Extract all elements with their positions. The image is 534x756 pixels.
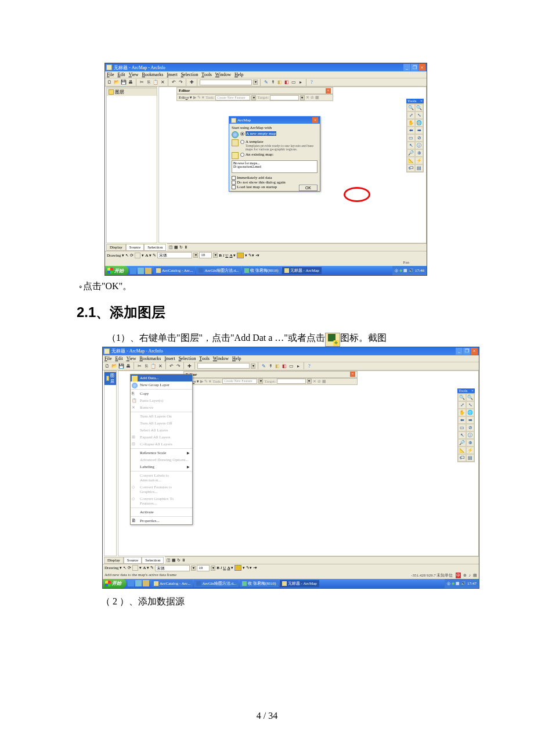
modelbuilder-icon[interactable]: ▸ [298, 80, 304, 85]
menu-window[interactable]: Window [215, 72, 231, 77]
hyperlink-icon[interactable]: ⚡ [466, 447, 474, 454]
font-color-icon[interactable]: A [229, 253, 232, 258]
chk-add-data[interactable] [232, 176, 236, 180]
menu-add-data[interactable]: Add Data... [131, 375, 192, 381]
fill-color-swatch[interactable] [234, 565, 241, 571]
drawing-menu[interactable]: Drawing ▾ [107, 253, 124, 258]
taskbar-item[interactable]: ArcCatalog - Arc... [151, 580, 193, 587]
task-dropdown[interactable]: Create New Feature [215, 95, 250, 100]
pan-icon[interactable]: ✋ [458, 409, 466, 416]
menu-window[interactable]: Window [213, 356, 229, 361]
palette-close-icon[interactable]: × [471, 388, 474, 393]
menu-file[interactable]: File [104, 356, 111, 361]
line-color-icon[interactable]: ✎▾ [246, 566, 252, 570]
print-icon[interactable]: 🖶 [128, 80, 134, 85]
ql-desktop-icon[interactable] [135, 580, 142, 586]
menu-copy[interactable]: ⎘Copy [131, 390, 192, 397]
toolbox-icon[interactable]: ◧ [282, 363, 287, 369]
taskbar-item[interactable]: 收 张君梅(8010) [240, 580, 278, 587]
dialog-close-icon[interactable]: × [312, 117, 318, 123]
tray-icon[interactable]: 🔊 [409, 268, 414, 273]
text-tool-icon[interactable]: A [145, 253, 148, 258]
add-data-icon[interactable]: ✚ [189, 80, 194, 85]
print-icon[interactable]: 🖶 [125, 363, 131, 369]
taskbar-item[interactable]: ArcCatalog - Arc... [154, 267, 195, 274]
ok-button[interactable]: OK [299, 185, 317, 191]
tray-icon[interactable]: ◆ [452, 581, 454, 586]
goto-xy-icon[interactable]: ⊕ [466, 439, 474, 447]
menu-properties[interactable]: 🖹Properties... [131, 517, 192, 524]
italic-button[interactable]: I [221, 566, 222, 570]
italic-button[interactable]: I [223, 253, 224, 258]
html-popup-icon[interactable]: 🏷 [407, 164, 415, 172]
text-tool-icon[interactable]: A [143, 566, 146, 570]
cursor-icon[interactable]: ↟ [268, 363, 273, 369]
menu-file[interactable]: File [107, 72, 114, 77]
pause-icon[interactable]: ⏸ [182, 558, 186, 563]
menu-selection[interactable]: Selection [181, 72, 199, 77]
target-dropdown[interactable] [277, 379, 306, 384]
new-icon[interactable]: 🗋 [107, 80, 113, 85]
start-button[interactable]: 开始 [105, 266, 128, 275]
select-icon[interactable]: ↖ [125, 253, 129, 258]
spatial-icon[interactable]: ▤ [466, 454, 474, 462]
tray-icon[interactable]: ◎ [395, 268, 398, 273]
cut-icon[interactable]: ✂ [139, 80, 145, 85]
select-elements-icon[interactable]: ↖ [458, 431, 466, 439]
font-size-select[interactable]: 10 [197, 565, 210, 571]
delete-icon[interactable]: ✕ [157, 363, 163, 369]
hyperlink-icon[interactable]: ⚡ [415, 157, 423, 164]
rotate-icon[interactable]: ⟳ [130, 253, 134, 258]
new-icon[interactable]: 🗋 [104, 363, 110, 369]
radio-existing[interactable] [240, 153, 244, 157]
palette-close-icon[interactable]: × [420, 99, 423, 103]
chk-no-dialog[interactable] [232, 181, 236, 185]
menu-activate[interactable]: Activate [131, 509, 192, 516]
maximize-button[interactable]: ❐ [411, 64, 418, 71]
dropdown-arrow-icon[interactable]: ▾ [253, 80, 258, 85]
select-features-icon[interactable]: ▭ [458, 424, 466, 431]
cmd-icon[interactable]: ▭ [291, 80, 297, 85]
map-canvas[interactable]: Editor × Editor ▾ ▶ ✎ ▾ Task: Create New… [158, 87, 427, 243]
bold-button[interactable]: B [219, 253, 222, 258]
paste-icon[interactable]: 📋 [153, 80, 158, 85]
menu-tools[interactable]: Tools [201, 72, 212, 77]
menu-selection[interactable]: Selection [179, 356, 196, 361]
bold-button[interactable]: B [217, 566, 219, 570]
marker-color-icon[interactable]: •▾ [255, 253, 259, 258]
open-icon[interactable]: 📂 [114, 80, 120, 85]
select-elements-icon[interactable]: ↖ [407, 142, 415, 149]
redo-icon[interactable]: ↷ [175, 363, 181, 369]
redo-icon[interactable]: ↷ [178, 80, 183, 85]
help-icon[interactable]: ? [306, 363, 312, 369]
catalog-icon[interactable]: ◧ [275, 363, 280, 369]
ql-desktop-icon[interactable] [138, 268, 144, 274]
refresh-icon[interactable]: ↻ [179, 245, 183, 250]
select-icon[interactable]: ↖ [123, 566, 127, 570]
close-button[interactable]: × [418, 64, 425, 71]
underline-button[interactable]: U [225, 253, 228, 258]
cmd-icon[interactable]: ▭ [288, 363, 294, 369]
menu-labeling[interactable]: Labeling▶ [131, 463, 192, 470]
underline-button[interactable]: U [223, 566, 226, 570]
layers-root[interactable]: 图层 [107, 88, 157, 96]
save-icon[interactable]: 💾 [121, 80, 127, 85]
layers-root-selected[interactable]: 图层 [104, 372, 116, 385]
fixed-zoom-in-icon[interactable]: ⤢ [458, 401, 466, 409]
edit-vertices-icon[interactable]: ✎ [153, 253, 156, 258]
editor-menu[interactable]: Editor ▾ [179, 95, 192, 100]
taskbar-item[interactable]: ArcGis绘图方法.d... [194, 580, 239, 587]
measure-icon[interactable]: 📐 [458, 447, 466, 454]
measure-icon[interactable]: 📐 [407, 157, 415, 164]
menu-tools[interactable]: Tools [199, 356, 210, 361]
line-color-icon[interactable]: ✎▾ [248, 253, 254, 258]
scale-dropdown[interactable] [197, 363, 250, 369]
scale-dropdown[interactable] [200, 80, 252, 85]
menu-bookmarks[interactable]: Bookmarks [140, 356, 161, 361]
find-icon[interactable]: 🔎 [458, 439, 466, 447]
full-extent-icon[interactable]: 🌐 [466, 409, 474, 416]
marker-color-icon[interactable]: •▾ [253, 566, 257, 570]
font-family-select[interactable]: 宋体 [155, 565, 190, 571]
maximize-button[interactable]: ❐ [463, 348, 470, 355]
zoom-out-icon[interactable]: 🔍 [466, 394, 474, 401]
